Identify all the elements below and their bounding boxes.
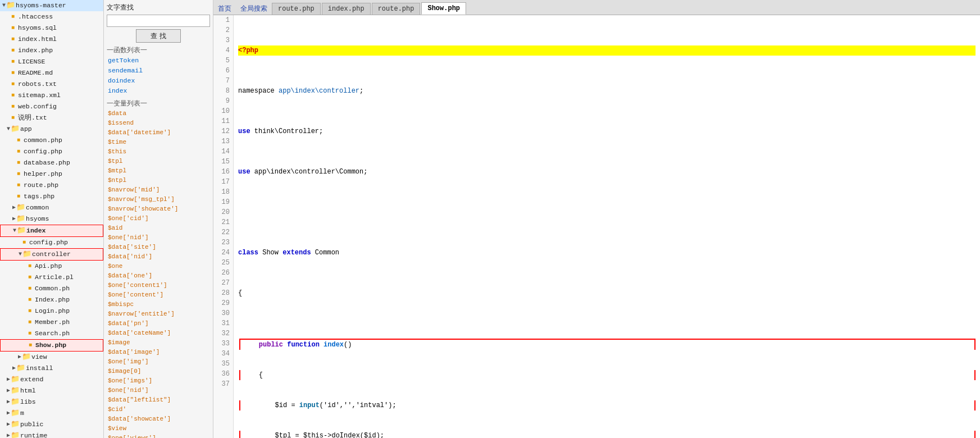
var-data-image[interactable]: $data['image']: [107, 348, 210, 357]
tree-item-controller-folder[interactable]: ▼ 📁 controller: [0, 248, 103, 261]
var-data-one[interactable]: $data['one']: [107, 271, 210, 281]
tree-item-article-php[interactable]: ■ Article.pl: [0, 272, 103, 283]
tree-item-tags-php[interactable]: ■ tags.php: [0, 191, 103, 202]
func-sendemail[interactable]: sendemail: [107, 66, 210, 76]
search-input[interactable]: [107, 15, 210, 27]
code-content[interactable]: <?php namespace app\index\controller; us…: [234, 15, 980, 438]
tree-item-hsyoms-sql[interactable]: ■ hsyoms.sql: [0, 22, 103, 34]
var-issend[interactable]: $issend: [107, 118, 210, 128]
tree-item-view-folder[interactable]: ▶ 📁 view: [0, 352, 103, 363]
code-line-2: namespace app\index\controller;: [238, 86, 976, 96]
var-data-catename[interactable]: $data['cateName']: [107, 328, 210, 338]
tree-item-libs-folder[interactable]: ▶ 📁 libs: [0, 396, 103, 408]
tree-item-sitemap[interactable]: ■ sitemap.xml: [0, 90, 103, 101]
var-mtpl[interactable]: $mtpl: [107, 166, 210, 176]
var-image[interactable]: $image: [107, 338, 210, 348]
tab-global-search[interactable]: 全局搜索: [236, 3, 272, 15]
var-navrow-msg-tpl[interactable]: $navrow['msg_tpl']: [107, 195, 210, 204]
code-area[interactable]: 1 2 3 4 5 6 7 8 9 10 11 12 13 14 15 16 1…: [213, 15, 980, 438]
var-one-content1[interactable]: $one['content1']: [107, 281, 210, 290]
var-image0[interactable]: $image[0]: [107, 367, 210, 376]
tree-item-api-php[interactable]: ■ Api.php: [0, 261, 103, 272]
tree-item-html-folder[interactable]: ▶ 📁 html: [0, 385, 103, 396]
tree-item-config-index[interactable]: ■ config.php: [0, 237, 103, 248]
line-num-30: 30: [217, 308, 230, 318]
tab-index-php[interactable]: index.php: [322, 3, 371, 15]
label-commonphp: common.php: [24, 135, 62, 145]
tree-root[interactable]: ▼ 📁 hsyoms-master: [0, 0, 103, 11]
tree-item-runtime-folder[interactable]: ▶ 📁 runtime: [0, 430, 103, 438]
tree-item-install-folder[interactable]: ▶ 📁 install: [0, 363, 103, 374]
tree-item-hsyoms-folder[interactable]: ▶ 📁 hsyoms: [0, 213, 103, 225]
tree-item-common-php[interactable]: ■ common.php: [0, 135, 103, 146]
var-cid[interactable]: $cid': [107, 405, 210, 414]
var-one-img[interactable]: $one['img']: [107, 357, 210, 367]
tree-item-route-php[interactable]: ■ route.php: [0, 180, 103, 191]
var-data-pn[interactable]: $data['pn']: [107, 319, 210, 328]
tab-home[interactable]: 首页: [213, 3, 236, 15]
var-ntpl[interactable]: $ntpl: [107, 176, 210, 185]
tab-route2[interactable]: route.php: [372, 3, 421, 15]
var-data-datetime[interactable]: $data['datetime']: [107, 128, 210, 138]
var-data-showcate[interactable]: $data['showcate']: [107, 414, 210, 424]
tree-item-robots[interactable]: ■ robots.txt: [0, 79, 103, 90]
tree-item-index-folder[interactable]: ▼ 📁 index: [0, 225, 103, 237]
tab-route1[interactable]: route.php: [272, 3, 321, 15]
label-view: view: [31, 352, 47, 362]
var-data[interactable]: $data: [107, 109, 210, 118]
func-gettoken[interactable]: getToken: [107, 56, 210, 66]
var-data-nid[interactable]: $data['nid']: [107, 252, 210, 262]
tree-item-index-php[interactable]: ■ index.php: [0, 45, 103, 56]
tree-item-common-php2[interactable]: ■ Common.ph: [0, 283, 103, 294]
label-m: m: [20, 408, 24, 418]
var-one-cid[interactable]: $one['cid']: [107, 214, 210, 223]
tab-show-php[interactable]: Show.php: [421, 2, 466, 15]
folder-icon-html: 📁: [11, 387, 19, 395]
var-data-leftlist[interactable]: $data["leftlist"]: [107, 395, 210, 405]
var-one[interactable]: $one: [107, 262, 210, 271]
var-view[interactable]: $view: [107, 424, 210, 434]
tree-item-index-php2[interactable]: ■ Index.php: [0, 294, 103, 305]
tree-item-readme[interactable]: ■ README.md: [0, 67, 103, 79]
tree-item-htaccess[interactable]: ■ .htaccess: [0, 11, 103, 22]
var-aid[interactable]: $aid: [107, 223, 210, 233]
search-button[interactable]: 查 找: [136, 29, 181, 43]
var-time[interactable]: $time: [107, 138, 210, 147]
tree-item-m-folder[interactable]: ▶ 📁 m: [0, 408, 103, 419]
var-navrow-showcate[interactable]: $navrow['showcate']: [107, 204, 210, 214]
line-num-24: 24: [217, 248, 230, 258]
tree-item-index-html[interactable]: ■ index.html: [0, 34, 103, 45]
var-one-imgs[interactable]: $one['imgs']: [107, 376, 210, 386]
search-panel: 文字查找 查 找 一函数列表一 getToken sendemail doind…: [104, 0, 213, 438]
line-num-33: 33: [217, 339, 230, 349]
line-num-26: 26: [217, 268, 230, 278]
tree-item-common-folder[interactable]: ▶ 📁 common: [0, 202, 103, 213]
func-index[interactable]: index: [107, 86, 210, 96]
var-one-views[interactable]: $one['views']: [107, 434, 210, 438]
var-this[interactable]: $this: [107, 147, 210, 157]
func-doindex[interactable]: doindex: [107, 76, 210, 86]
tree-item-shuo-ming[interactable]: ■ 说明.txt: [0, 112, 103, 124]
tree-item-member-php[interactable]: ■ Member.ph: [0, 317, 103, 328]
var-tpl[interactable]: $tpl: [107, 157, 210, 166]
var-mbispc[interactable]: $mbispc: [107, 300, 210, 309]
var-navrow-entitle[interactable]: $navrow['entitle']: [107, 309, 210, 319]
tree-item-show-php[interactable]: ■ Show.php: [0, 339, 103, 352]
line-num-2: 2: [217, 25, 230, 35]
tree-item-app[interactable]: ▼ 📁 app: [0, 124, 103, 135]
tree-item-extend-folder[interactable]: ▶ 📁 extend: [0, 374, 103, 385]
tree-item-webconfig[interactable]: ■ web.config: [0, 101, 103, 112]
line-num-31: 31: [217, 318, 230, 328]
var-one-nid[interactable]: $one['nid']: [107, 233, 210, 243]
tree-item-database-php[interactable]: ■ database.php: [0, 157, 103, 168]
tree-item-public-folder[interactable]: ▶ 📁 public: [0, 419, 103, 430]
var-one-nid2[interactable]: $one['nid']: [107, 386, 210, 395]
tree-item-config-php[interactable]: ■ config.php: [0, 146, 103, 157]
tree-item-license[interactable]: ■ LICENSE: [0, 56, 103, 67]
tree-item-login-php[interactable]: ■ Login.php: [0, 305, 103, 317]
var-one-content[interactable]: $one['content']: [107, 290, 210, 300]
var-data-site[interactable]: $data['site']: [107, 243, 210, 252]
tree-item-helper-php[interactable]: ■ helper.php: [0, 168, 103, 180]
var-navrow-mid[interactable]: $navrow['mid']: [107, 185, 210, 195]
tree-item-search-php[interactable]: ■ Search.ph: [0, 328, 103, 339]
